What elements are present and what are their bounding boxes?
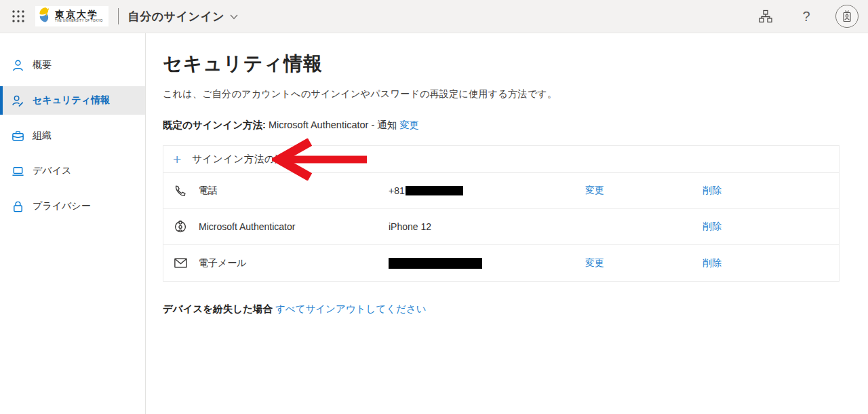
- page-title: セキュリティ情報: [163, 51, 841, 77]
- delete-phone-link[interactable]: 削除: [703, 185, 722, 195]
- table-row-email: 電子メール 変更 削除: [163, 245, 839, 281]
- method-name: Microsoft Authenticator: [199, 221, 389, 232]
- university-of-tokyo-logo[interactable]: 東京大学 THE UNIVERSITY OF TOKYO: [35, 6, 108, 26]
- person-icon: [9, 59, 26, 72]
- app-launcher-waffle-icon[interactable]: [7, 5, 30, 28]
- table-row-authenticator: Microsoft Authenticator iPhone 12 削除: [163, 209, 839, 245]
- chevron-down-icon[interactable]: [230, 12, 238, 22]
- phone-icon: [173, 183, 199, 198]
- account-avatar[interactable]: [835, 5, 859, 28]
- organization-switcher-icon[interactable]: [754, 5, 777, 28]
- sidebar-item-label: デバイス: [33, 165, 71, 177]
- sidebar-item-devices[interactable]: デバイス: [0, 157, 145, 185]
- logo-text-jp: 東京大学: [55, 10, 103, 19]
- laptop-icon: [9, 165, 26, 178]
- default-method-value: Microsoft Authenticator - 通知: [269, 119, 397, 130]
- help-icon[interactable]: ?: [795, 5, 818, 28]
- add-method-label: サインイン方法の追加: [192, 153, 295, 166]
- person-edit-icon: [9, 94, 26, 107]
- sign-out-everywhere-link[interactable]: すべてサインアウトしてください: [275, 303, 427, 314]
- security-info-page: セキュリティ情報 これは、ご自分のアカウントへのサインインやパスワードの再設定に…: [146, 33, 868, 414]
- table-row-phone: 電話 +81 変更 削除: [163, 173, 839, 209]
- method-name: 電話: [199, 185, 389, 197]
- lost-device-label: デバイスを紛失した場合: [163, 303, 273, 314]
- method-value: iPhone 12: [389, 221, 585, 232]
- device-name: iPhone 12: [389, 221, 431, 232]
- redaction-bar: [389, 258, 482, 269]
- product-title: 自分のサインイン: [128, 9, 224, 24]
- topbar-divider: [118, 8, 119, 24]
- sidebar-item-label: セキュリティ情報: [33, 94, 110, 107]
- lost-device-line: デバイスを紛失した場合 すべてサインアウトしてください: [163, 303, 841, 316]
- delete-authenticator-link[interactable]: 削除: [703, 221, 722, 231]
- sidebar-item-security-info[interactable]: セキュリティ情報: [0, 86, 145, 115]
- lock-icon: [9, 200, 26, 213]
- signin-methods-table: + サインイン方法の追加 電話 +81 変更 削除: [163, 145, 840, 282]
- ginkgo-leaf-icon: [38, 7, 53, 26]
- method-value: +81: [389, 185, 585, 196]
- logo-text-en: THE UNIVERSITY OF TOKYO: [55, 20, 103, 23]
- default-signin-method-line: 既定のサインイン方法: Microsoft Authenticator - 通知…: [163, 119, 841, 132]
- add-signin-method-button[interactable]: + サインイン方法の追加: [163, 146, 839, 173]
- redaction-bar: [406, 186, 463, 195]
- sidebar-item-privacy[interactable]: プライバシー: [0, 192, 145, 221]
- help-glyph: ?: [802, 9, 810, 24]
- sidebar-item-label: 概要: [33, 59, 52, 71]
- sidebar-item-organizations[interactable]: 組織: [0, 121, 145, 150]
- plus-icon: +: [173, 152, 188, 166]
- page-description: これは、ご自分のアカウントへのサインインやパスワードの再設定に使用する方法です。: [163, 88, 841, 100]
- envelope-icon: [173, 255, 199, 271]
- method-name: 電子メール: [199, 257, 389, 269]
- change-phone-link[interactable]: 変更: [585, 185, 604, 195]
- change-default-method-link[interactable]: 変更: [399, 119, 419, 130]
- default-method-label: 既定のサインイン方法:: [163, 119, 266, 130]
- id-badge-icon: [840, 10, 854, 23]
- method-value: [389, 258, 585, 269]
- briefcase-icon: [9, 130, 26, 143]
- sidebar-item-label: プライバシー: [33, 200, 91, 212]
- sidebar-item-overview[interactable]: 概要: [0, 51, 145, 79]
- phone-prefix: +81: [389, 185, 405, 196]
- topbar: 東京大学 THE UNIVERSITY OF TOKYO 自分のサインイン ?: [0, 0, 868, 33]
- authenticator-icon: [173, 219, 199, 234]
- sidebar-nav: 概要 セキュリティ情報 組織: [0, 33, 146, 414]
- change-email-link[interactable]: 変更: [585, 257, 604, 268]
- delete-email-link[interactable]: 削除: [703, 257, 722, 268]
- sidebar-item-label: 組織: [33, 130, 52, 142]
